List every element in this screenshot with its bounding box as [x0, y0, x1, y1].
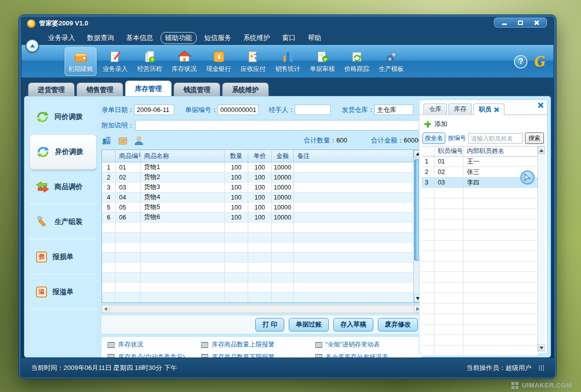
- col-header-staff-code[interactable]: 职员编号: [434, 146, 463, 156]
- tab-warehouse[interactable]: 仓库: [423, 104, 447, 114]
- table-row[interactable]: 505货物510010010000: [102, 202, 413, 212]
- help-icon[interactable]: ?: [514, 55, 527, 68]
- toolbar-inventory-status[interactable]: 库存状况: [168, 47, 200, 76]
- col-header-qty[interactable]: 数量: [225, 150, 248, 162]
- menu-basic-info[interactable]: 基本信息: [126, 34, 153, 42]
- maximize-button[interactable]: [514, 19, 526, 26]
- menu-business-entry[interactable]: 业务录入: [48, 34, 75, 42]
- staff-vertical-scrollbar[interactable]: [537, 146, 545, 352]
- document-check-icon: [316, 50, 329, 64]
- toolbar-production-template[interactable]: 生产模板: [375, 47, 407, 76]
- menu-window[interactable]: 窗口: [282, 34, 296, 42]
- warehouse-field[interactable]: [374, 104, 413, 115]
- post-document-button[interactable]: 单据过账: [289, 318, 329, 332]
- col-header-name[interactable]: 商品名称: [141, 150, 225, 162]
- handler-field[interactable]: [295, 104, 331, 115]
- sidebar-item-production-assembly[interactable]: 生产组装: [30, 204, 97, 240]
- package-box-icon[interactable]: [118, 136, 128, 146]
- tab-purchase[interactable]: 进货管理: [28, 82, 75, 96]
- toolbar-initial-setup[interactable]: 初期建账: [65, 47, 97, 76]
- tab-inventory[interactable]: 库存管理: [125, 80, 172, 96]
- toolbar-business-history[interactable]: 经营历程: [134, 47, 166, 76]
- close-icon: [534, 20, 539, 26]
- col-header-price[interactable]: 单价: [248, 150, 272, 162]
- print-button[interactable]: 打 印: [255, 318, 284, 332]
- close-button[interactable]: [530, 19, 542, 26]
- tab-staff[interactable]: 职员: [473, 104, 504, 115]
- staff-search-input[interactable]: [468, 133, 522, 144]
- sidebar-item-overflow-report[interactable]: 溢 报溢单: [30, 274, 97, 310]
- tab-cashflow[interactable]: 钱流管理: [174, 82, 220, 96]
- resize-grip[interactable]: [538, 365, 544, 370]
- empty-row: [102, 262, 413, 272]
- link-almighty-change-table[interactable]: “全能”进销存变动表: [315, 341, 416, 349]
- toolbar-price-tracking[interactable]: 价格跟踪: [341, 47, 373, 76]
- person-icon[interactable]: [134, 136, 144, 146]
- table-row[interactable]: 101货物110010010000: [102, 162, 413, 172]
- add-label[interactable]: 添加: [434, 120, 447, 128]
- table-row[interactable]: 606货物610010010000: [102, 212, 413, 222]
- tab-close-icon[interactable]: [494, 108, 499, 112]
- save-draft-button[interactable]: 存入草稿: [333, 318, 373, 332]
- minimize-button[interactable]: [498, 19, 510, 26]
- doc-no-field[interactable]: [218, 104, 259, 115]
- empty-row: [421, 272, 537, 282]
- discard-changes-button[interactable]: 废弃修改: [378, 318, 418, 332]
- sidebar-item-price-adjust[interactable]: 商品调价: [30, 170, 97, 204]
- col-header-note[interactable]: 备注: [294, 150, 413, 162]
- horizontal-scrollbar[interactable]: [102, 305, 422, 313]
- toolbar-business-entry[interactable]: 业务录入: [99, 47, 131, 76]
- tab-system[interactable]: 系统维护: [222, 82, 269, 96]
- menu-sms-service[interactable]: 短信服务: [204, 34, 231, 42]
- company-building-icon[interactable]: [102, 136, 112, 146]
- scroll-down-button[interactable]: [538, 344, 545, 352]
- col-header-staff-name[interactable]: 内部职员姓名: [463, 146, 537, 156]
- link-inventory-status[interactable]: 库存状况: [108, 341, 199, 349]
- note-label: 附加说明：: [102, 121, 134, 130]
- menu-data-query[interactable]: 数据查询: [87, 34, 114, 42]
- sidebar-item-label: 商品调价: [55, 182, 83, 192]
- toolbar-document-audit[interactable]: 单据审核: [306, 47, 338, 76]
- menu-help[interactable]: 帮助: [308, 34, 321, 42]
- sidebar-item-same-price-transfer[interactable]: 同价调拨: [30, 100, 97, 134]
- filter-by-name-button[interactable]: 按全名: [422, 132, 445, 144]
- toolbar-label: 单据审核: [310, 65, 335, 74]
- menu-aux-functions[interactable]: 辅助功能: [161, 32, 197, 44]
- window-controls: [494, 18, 547, 28]
- brand-g-icon: G: [534, 52, 546, 70]
- table-row[interactable]: 202货物210010010000: [102, 172, 413, 182]
- sidebar-item-diff-price-transfer[interactable]: 异价调拨: [30, 134, 97, 170]
- toolbar-receivables-payables[interactable]: ¥ 应收应付: [237, 47, 269, 76]
- note-field[interactable]: [135, 120, 422, 130]
- empty-row: [421, 346, 537, 356]
- watermark-text: UIMAKER.COM: [522, 382, 572, 389]
- form-row-2: 附加说明：: [102, 120, 422, 130]
- search-button[interactable]: 搜索: [525, 132, 544, 144]
- staff-row[interactable]: 101王一: [421, 156, 537, 167]
- toolbar-cash-bank[interactable]: ¥ 现金银行: [203, 47, 235, 76]
- filter-by-code-button[interactable]: 按编号: [448, 134, 466, 142]
- toolbar-sales-statistics[interactable]: 销售统计: [272, 47, 304, 76]
- table-row[interactable]: 303货物310010010000: [102, 182, 413, 192]
- collapse-toolbar-button[interactable]: [26, 39, 39, 52]
- link-qty-upper-alarm[interactable]: 库存商品数量上限报警: [201, 341, 313, 349]
- add-plus-icon[interactable]: [424, 121, 431, 128]
- items-table: 商品编号 商品名称 数量 单价 金额 备注 101货物110010010000 …: [102, 150, 422, 303]
- table-row[interactable]: 404货物410010010000: [102, 192, 413, 202]
- col-header-code[interactable]: 商品编号: [116, 150, 141, 162]
- tab-stock[interactable]: 库存: [448, 104, 472, 114]
- sidebar-item-label: 报溢单: [53, 288, 74, 296]
- report-sheet-icon: [201, 342, 208, 348]
- sidebar-item-label: 异价调拨: [55, 148, 83, 156]
- scroll-left-button[interactable]: [102, 305, 110, 313]
- app-window: G 管家婆2009 V1.0 业务录入 数据查询 基本信息 辅助功能 短信服务 …: [19, 15, 556, 378]
- empty-row: [421, 198, 537, 209]
- module-tabs: 进货管理 销售管理 库存管理 钱流管理 系统维护: [20, 78, 555, 96]
- sidebar-item-loss-report[interactable]: 损 报损单: [30, 240, 97, 274]
- col-header-amount[interactable]: 金额: [272, 150, 294, 162]
- scroll-up-button[interactable]: [538, 146, 545, 154]
- menu-system-maintenance[interactable]: 系统维护: [243, 34, 270, 42]
- hscroll-track[interactable]: [110, 305, 414, 313]
- tab-sales[interactable]: 销售管理: [77, 82, 123, 96]
- record-date-field[interactable]: [134, 104, 174, 115]
